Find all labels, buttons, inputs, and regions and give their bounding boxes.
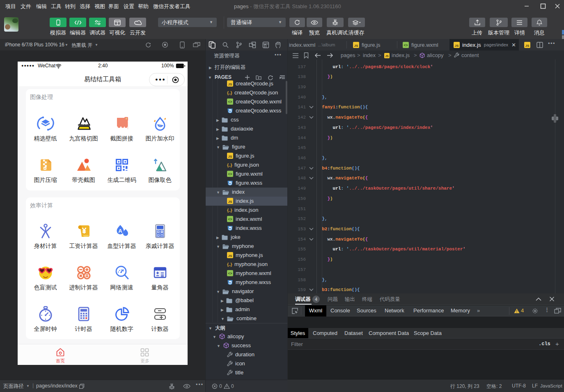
svg-text:JS: JS [385, 55, 389, 57]
svg-text:JS: JS [455, 44, 459, 47]
svg-text:JS: JS [228, 200, 232, 204]
svg-text:<>: <> [404, 43, 408, 47]
svg-text:<>: <> [228, 172, 232, 176]
svg-text:<>: <> [228, 217, 232, 221]
svg-text:JS: JS [228, 83, 232, 86]
svg-text:JS: JS [228, 254, 232, 258]
svg-text:JS: JS [525, 44, 530, 48]
svg-text:JS: JS [354, 44, 358, 47]
svg-text:<>: <> [228, 100, 232, 104]
svg-text:A: A [118, 228, 122, 234]
svg-text:JS: JS [228, 155, 232, 158]
svg-text:<>: <> [228, 271, 232, 275]
